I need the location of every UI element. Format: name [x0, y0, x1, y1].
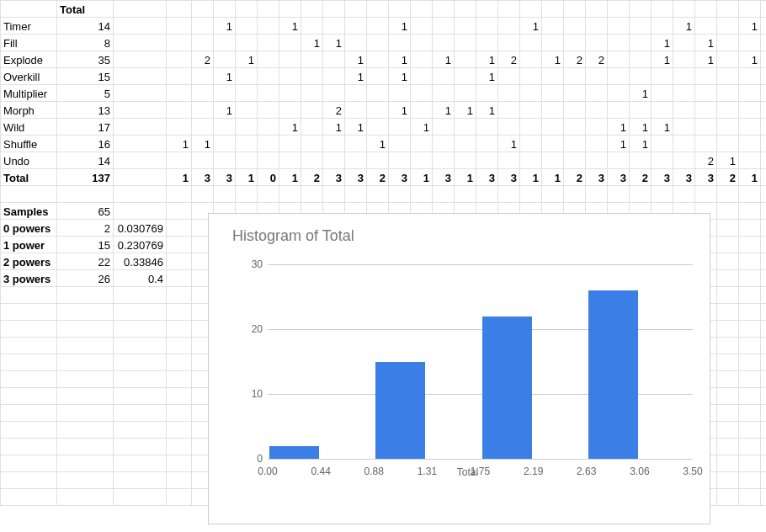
cell[interactable]: [367, 102, 389, 119]
cell[interactable]: 1: [455, 169, 476, 186]
cell[interactable]: [695, 85, 717, 102]
cell[interactable]: [761, 338, 767, 354]
cell[interactable]: Shuffle: [1, 136, 57, 152]
cell[interactable]: [761, 321, 767, 338]
cell[interactable]: [167, 321, 192, 338]
cell[interactable]: [695, 1, 717, 18]
cell[interactable]: [608, 186, 630, 203]
cell[interactable]: 3: [673, 169, 695, 186]
cell[interactable]: 1: [761, 152, 767, 169]
cell[interactable]: [323, 51, 345, 68]
cell[interactable]: [345, 1, 367, 18]
cell[interactable]: [411, 136, 433, 152]
cell[interactable]: [345, 102, 367, 119]
cell[interactable]: [114, 85, 167, 102]
cell[interactable]: [455, 186, 476, 203]
cell[interactable]: 1: [695, 51, 717, 68]
cell[interactable]: [498, 18, 520, 35]
cell[interactable]: [739, 35, 761, 51]
cell[interactable]: [498, 35, 520, 51]
cell[interactable]: 8: [57, 35, 114, 51]
cell[interactable]: [192, 119, 214, 136]
cell[interactable]: [367, 18, 389, 35]
cell[interactable]: [564, 68, 586, 85]
cell[interactable]: [258, 152, 279, 169]
cell[interactable]: [114, 304, 167, 321]
cell[interactable]: [520, 136, 542, 152]
cell[interactable]: [717, 237, 739, 253]
cell[interactable]: [258, 35, 279, 51]
cell[interactable]: [258, 85, 279, 102]
cell[interactable]: [1, 321, 57, 338]
cell[interactable]: [167, 304, 192, 321]
cell[interactable]: 1: [345, 51, 367, 68]
cell[interactable]: [301, 152, 323, 169]
cell[interactable]: [411, 18, 433, 35]
cell[interactable]: 2: [695, 152, 717, 169]
cell[interactable]: [214, 35, 236, 51]
cell[interactable]: 1: [214, 102, 236, 119]
cell[interactable]: [214, 136, 236, 152]
cell[interactable]: [498, 68, 520, 85]
cell[interactable]: [542, 152, 564, 169]
cell[interactable]: [389, 1, 411, 18]
cell[interactable]: [761, 136, 767, 152]
cell[interactable]: [411, 51, 433, 68]
cell[interactable]: [258, 102, 279, 119]
chart-container[interactable]: Histogram of Total 01020300.000.440.881.…: [208, 213, 710, 524]
cell[interactable]: 14: [57, 152, 114, 169]
cell[interactable]: [586, 1, 608, 18]
cell[interactable]: [498, 152, 520, 169]
cell[interactable]: [389, 136, 411, 152]
cell[interactable]: [498, 102, 520, 119]
cell[interactable]: Total: [1, 169, 57, 186]
cell[interactable]: 137: [57, 169, 114, 186]
cell[interactable]: [520, 85, 542, 102]
cell[interactable]: [167, 18, 192, 35]
cell[interactable]: [167, 354, 192, 371]
cell[interactable]: [717, 338, 739, 354]
cell[interactable]: [167, 186, 192, 203]
cell[interactable]: [323, 68, 345, 85]
cell[interactable]: [739, 102, 761, 119]
cell[interactable]: [717, 85, 739, 102]
cell[interactable]: [167, 51, 192, 68]
cell[interactable]: 1: [214, 68, 236, 85]
cell[interactable]: [167, 253, 192, 270]
cell[interactable]: [114, 439, 167, 455]
cell[interactable]: [433, 119, 455, 136]
cell[interactable]: 1: [630, 119, 652, 136]
cell[interactable]: [345, 35, 367, 51]
cell[interactable]: Samples: [1, 203, 57, 220]
cell[interactable]: [1, 455, 57, 472]
cell[interactable]: [564, 119, 586, 136]
cell[interactable]: 1: [279, 119, 301, 136]
cell[interactable]: [630, 1, 652, 18]
cell[interactable]: [167, 371, 192, 388]
cell[interactable]: 1: [345, 119, 367, 136]
cell[interactable]: 0: [258, 169, 279, 186]
cell[interactable]: [411, 186, 433, 203]
cell[interactable]: 1: [652, 35, 673, 51]
cell[interactable]: [167, 455, 192, 472]
cell[interactable]: [114, 388, 167, 405]
cell[interactable]: [57, 422, 114, 439]
cell[interactable]: [717, 102, 739, 119]
cell[interactable]: [345, 152, 367, 169]
cell[interactable]: [192, 186, 214, 203]
cell[interactable]: [367, 85, 389, 102]
cell[interactable]: 3: [761, 169, 767, 186]
cell[interactable]: [192, 68, 214, 85]
cell[interactable]: [1, 489, 57, 506]
cell[interactable]: [114, 119, 167, 136]
cell[interactable]: [498, 186, 520, 203]
cell[interactable]: [279, 136, 301, 152]
cell[interactable]: [236, 136, 258, 152]
cell[interactable]: [761, 472, 767, 489]
cell[interactable]: [258, 1, 279, 18]
cell[interactable]: [236, 35, 258, 51]
cell[interactable]: 17: [57, 119, 114, 136]
cell[interactable]: 1: [608, 136, 630, 152]
cell[interactable]: [673, 102, 695, 119]
cell[interactable]: 3: [695, 169, 717, 186]
